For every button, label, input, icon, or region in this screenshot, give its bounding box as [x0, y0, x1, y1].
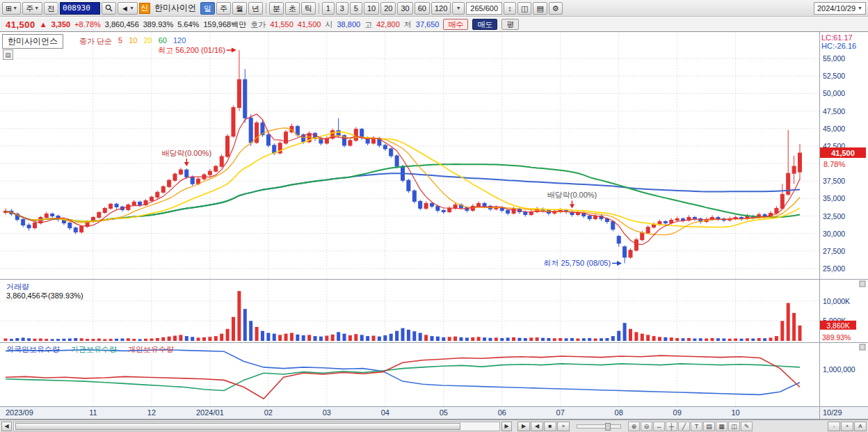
grid-icon[interactable]: ▤	[703, 422, 715, 431]
lc-hc-indicator: LC:61.17 HC:-26.16	[821, 33, 856, 50]
scrollbar-thumb[interactable]	[15, 423, 460, 430]
sell-button[interactable]: 매도	[472, 19, 497, 30]
tick-5-button[interactable]: 5	[350, 2, 362, 15]
compare-icon[interactable]: ↕	[504, 2, 516, 15]
tab-daily[interactable]: 일	[200, 2, 215, 15]
trendline-icon[interactable]: ╱	[678, 422, 690, 431]
font-size-controls: - + A	[828, 422, 867, 431]
tick-30-button[interactable]: 30	[397, 2, 412, 15]
chart-tab-title[interactable]: 한미사이언스	[2, 34, 63, 49]
chart-area: 최고 56,200 (01/16)배당락(0.00%)배당락(0.00%)최저 …	[0, 32, 868, 419]
tab-weekly[interactable]: 주	[216, 2, 231, 15]
tab-yearly[interactable]: 년	[248, 2, 263, 15]
panel-icon[interactable]: ◫	[728, 422, 740, 431]
save-icon[interactable]: ▤	[533, 2, 547, 15]
search-icon-button[interactable]	[102, 2, 116, 15]
period-type-dropdown[interactable]: 주▼	[22, 2, 42, 15]
pan-icon[interactable]: ↔	[653, 422, 665, 431]
recent-stocks-dropdown[interactable]: ◄▼	[118, 2, 138, 15]
svg-text:2024/01: 2024/01	[196, 408, 224, 417]
zoom-out-button[interactable]: -	[828, 422, 840, 431]
zoom-in-button[interactable]: +	[841, 422, 853, 431]
legend-ma-10: 10	[129, 36, 137, 47]
svg-text:52,500: 52,500	[823, 72, 845, 80]
tick-3-button[interactable]: 3	[336, 2, 348, 15]
ask-price: 41,550	[270, 20, 294, 29]
svg-text:30,000: 30,000	[823, 230, 845, 238]
chart-tool-icon[interactable]: ▤	[3, 49, 13, 60]
jeon-button[interactable]: 전	[44, 2, 58, 15]
trade-amount: 159,968백만	[203, 19, 246, 30]
fast-forward-button[interactable]: »	[557, 422, 570, 431]
crosshair-icon[interactable]: ┼	[666, 422, 677, 431]
tick-10-button[interactable]: 10	[364, 2, 379, 15]
play-back-button[interactable]: ◀	[531, 422, 543, 431]
high-label: 고	[364, 19, 372, 30]
tick-1-button[interactable]: 1	[322, 2, 335, 15]
svg-text:50,000: 50,000	[823, 89, 845, 97]
holdings-panel-labels: 외국인보유수량 기관보유수량 개인보유수량	[6, 344, 174, 355]
chart-tool-icons: ⊕⊖↔┼╱T▤▦◫✎	[628, 422, 753, 431]
svg-text:3,860K: 3,860K	[826, 321, 849, 330]
panel-borders	[0, 32, 868, 419]
chart-scrollbar[interactable]	[13, 422, 500, 431]
bid-price: 41,500	[298, 20, 321, 29]
open-label: 시	[325, 19, 332, 30]
volume-value: 3,860,456	[105, 20, 139, 29]
date-picker[interactable]: 2024/10/29▼	[814, 2, 866, 15]
avg-button[interactable]: 평	[501, 19, 519, 30]
text-tool-icon[interactable]: T	[691, 422, 702, 431]
tab-second[interactable]: 초	[285, 2, 300, 15]
svg-text:41,500: 41,500	[831, 149, 855, 157]
holdings-lines-layer	[6, 350, 800, 399]
low-price: 37,650	[416, 20, 440, 29]
tick-60-button[interactable]: 60	[415, 2, 430, 15]
date-value: 2024/10/29	[817, 4, 855, 13]
draw-icon[interactable]: ✎	[741, 422, 753, 431]
legend-ma-120: 120	[173, 36, 186, 47]
hc-value: HC:-26.16	[821, 42, 856, 50]
chart-menu-icon[interactable]: ⊞▼	[2, 2, 21, 15]
scroll-right-icon[interactable]: ▶	[501, 422, 512, 431]
tab-tick[interactable]: 틱	[301, 2, 316, 15]
tick-120-button[interactable]: 120	[431, 2, 451, 15]
auto-size-button[interactable]: A	[854, 422, 867, 431]
svg-text:2023/09: 2023/09	[6, 408, 33, 417]
legend-ma-20: 20	[143, 36, 152, 47]
svg-text:45,000: 45,000	[823, 125, 845, 133]
svg-text:08: 08	[615, 408, 623, 417]
turnover-percent: 5.64%	[177, 20, 199, 29]
svg-text:8.78%: 8.78%	[823, 160, 845, 168]
zoom-slider[interactable]	[577, 424, 621, 429]
separator	[266, 3, 266, 14]
tab-minute[interactable]: 분	[269, 2, 284, 15]
svg-text:배당락(0.00%): 배당락(0.00%)	[547, 191, 597, 199]
tab-monthly[interactable]: 월	[232, 2, 247, 15]
bar-count-display: 265/600	[466, 2, 502, 15]
zoom-in-icon[interactable]: ⊕	[628, 422, 640, 431]
main-toolbar: ⊞▼ 주▼ 전 ◄▼ 신 한미사이언 일 주 월 년 분 초 틱 1 3 5 1…	[0, 0, 868, 17]
scroll-left-icon[interactable]: ◀	[1, 422, 12, 431]
svg-text:07: 07	[556, 408, 565, 417]
price-change: 3,350	[51, 20, 71, 29]
stock-code-input[interactable]	[60, 2, 100, 15]
layout-icon[interactable]: ◫	[517, 2, 531, 15]
zoom-slider-thumb[interactable]	[605, 423, 611, 431]
chart-canvas[interactable]: 최고 56,200 (01/16)배당락(0.00%)배당락(0.00%)최저 …	[0, 32, 868, 419]
zoom-out-icon[interactable]: ⊖	[641, 422, 652, 431]
chart-style-icon[interactable]: ▦	[716, 422, 728, 431]
tick-20-button[interactable]: 20	[380, 2, 396, 15]
foreign-holdings-label: 외국인보유수량	[6, 344, 60, 355]
stop-button[interactable]: ■	[544, 422, 556, 431]
svg-text:47,500: 47,500	[823, 107, 845, 115]
current-price: 41,500	[6, 19, 35, 30]
svg-text:02: 02	[264, 408, 273, 417]
legend-ma-5: 5	[118, 36, 122, 47]
svg-text:32,500: 32,500	[823, 212, 845, 221]
svg-text:05: 05	[440, 408, 448, 417]
buy-button[interactable]: 매수	[443, 19, 468, 30]
play-forward-button[interactable]: ▶	[517, 422, 530, 431]
svg-text:배당락(0.00%): 배당락(0.00%)	[162, 149, 212, 157]
gear-icon[interactable]: ⚙	[549, 2, 563, 15]
interval-dropdown[interactable]: ▼	[452, 2, 465, 15]
